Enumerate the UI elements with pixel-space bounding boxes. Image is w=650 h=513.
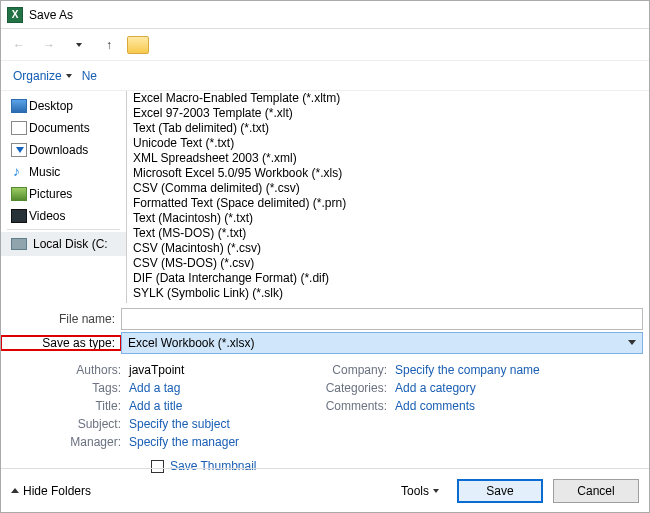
videos-icon xyxy=(11,209,27,223)
hide-folders-label: Hide Folders xyxy=(23,484,91,498)
filetype-option[interactable]: Unicode Text (*.txt) xyxy=(127,136,649,151)
title-label: Title: xyxy=(39,399,121,413)
title-bar: X Save As xyxy=(1,1,649,29)
sidebar-item-label: Local Disk (C: xyxy=(33,237,108,251)
manager-value[interactable]: Specify the manager xyxy=(129,435,289,449)
filetype-option[interactable]: DIF (Data Interchange Format) (*.dif) xyxy=(127,271,649,286)
filename-input[interactable] xyxy=(121,308,643,330)
window-title: Save As xyxy=(29,8,73,22)
saveastype-value: Excel Workbook (*.xlsx) xyxy=(128,336,254,350)
saveastype-label: Save as type: xyxy=(1,336,121,350)
organize-menu[interactable]: Organize xyxy=(13,69,72,83)
filetype-option[interactable]: Excel 97-2003 Template (*.xlt) xyxy=(127,106,649,121)
tools-label: Tools xyxy=(401,484,429,498)
filetype-dropdown-list[interactable]: Excel Macro-Enabled Template (*.xltm)Exc… xyxy=(126,91,649,303)
pictures-icon xyxy=(11,187,27,201)
separator xyxy=(7,229,120,230)
folder-icon xyxy=(127,36,149,54)
sidebar-item-videos[interactable]: Videos xyxy=(1,205,126,227)
subject-label: Subject: xyxy=(39,417,121,431)
save-button-label: Save xyxy=(486,484,513,498)
sidebar-item-music[interactable]: Music xyxy=(1,161,126,183)
sidebar-item-desktop[interactable]: Desktop xyxy=(1,95,126,117)
organize-label: Organize xyxy=(13,69,62,83)
filetype-option[interactable]: CSV (Macintosh) (*.csv) xyxy=(127,241,649,256)
desktop-icon xyxy=(11,99,27,113)
categories-label: Categories: xyxy=(297,381,387,395)
filetype-option[interactable]: Text (Tab delimited) (*.txt) xyxy=(127,121,649,136)
music-icon xyxy=(11,165,27,179)
sidebar-item-downloads[interactable]: Downloads xyxy=(1,139,126,161)
tags-label: Tags: xyxy=(39,381,121,395)
new-folder-button[interactable]: Ne xyxy=(82,69,97,83)
manager-label: Manager: xyxy=(39,435,121,449)
sidebar-item-label: Desktop xyxy=(29,99,73,113)
sidebar-item-label: Videos xyxy=(29,209,65,223)
footer-bar: Hide Folders Tools Save Cancel xyxy=(1,468,649,512)
chevron-down-icon xyxy=(66,74,72,78)
title-value[interactable]: Add a title xyxy=(129,399,289,413)
filetype-option[interactable]: CSV (MS-DOS) (*.csv) xyxy=(127,256,649,271)
filetype-option[interactable]: SYLK (Symbolic Link) (*.slk) xyxy=(127,286,649,301)
filetype-option[interactable]: Text (Macintosh) (*.txt) xyxy=(127,211,649,226)
save-button[interactable]: Save xyxy=(457,479,543,503)
form-area: File name: Save as type: Excel Workbook … xyxy=(1,303,649,473)
cancel-button[interactable]: Cancel xyxy=(553,479,639,503)
chevron-down-icon xyxy=(433,489,439,493)
downloads-icon xyxy=(11,143,27,157)
cancel-button-label: Cancel xyxy=(577,484,614,498)
command-bar: Organize Ne xyxy=(1,61,649,91)
hide-folders-button[interactable]: Hide Folders xyxy=(11,484,91,498)
filetype-option[interactable]: Excel Add-In (*.xlam) xyxy=(127,301,649,303)
authors-value[interactable]: javaTpoint xyxy=(129,363,289,377)
filename-label: File name: xyxy=(1,312,121,326)
filetype-option[interactable]: Text (MS-DOS) (*.txt) xyxy=(127,226,649,241)
filetype-option[interactable]: XML Spreadsheet 2003 (*.xml) xyxy=(127,151,649,166)
authors-label: Authors: xyxy=(39,363,121,377)
recent-chevron-icon[interactable] xyxy=(67,33,91,57)
tools-menu[interactable]: Tools xyxy=(401,484,439,498)
sidebar-item-pictures[interactable]: Pictures xyxy=(1,183,126,205)
chevron-up-icon xyxy=(11,488,19,493)
company-label: Company: xyxy=(297,363,387,377)
documents-icon xyxy=(11,121,27,135)
sidebar-item-label: Documents xyxy=(29,121,90,135)
sidebar-item-label: Music xyxy=(29,165,60,179)
comments-value[interactable]: Add comments xyxy=(395,399,641,413)
subject-value[interactable]: Specify the subject xyxy=(129,417,289,431)
categories-value[interactable]: Add a category xyxy=(395,381,641,395)
filetype-option[interactable]: Excel Macro-Enabled Template (*.xltm) xyxy=(127,91,649,106)
nav-sidebar: Desktop Documents Downloads Music Pictur… xyxy=(1,91,126,303)
chevron-down-icon xyxy=(628,340,636,345)
forward-arrow-icon: → xyxy=(37,33,61,57)
filetype-option[interactable]: Microsoft Excel 5.0/95 Workbook (*.xls) xyxy=(127,166,649,181)
comments-label: Comments: xyxy=(297,399,387,413)
nav-bar: ← → ↑ xyxy=(1,29,649,61)
sidebar-item-label: Downloads xyxy=(29,143,88,157)
sidebar-item-localdisk[interactable]: Local Disk (C: xyxy=(1,232,126,256)
disk-icon xyxy=(11,238,27,250)
filetype-option[interactable]: Formatted Text (Space delimited) (*.prn) xyxy=(127,196,649,211)
metadata-grid: Authors: javaTpoint Company: Specify the… xyxy=(1,355,649,449)
back-arrow-icon[interactable]: ← xyxy=(7,33,31,57)
sidebar-item-label: Pictures xyxy=(29,187,72,201)
saveastype-combo[interactable]: Excel Workbook (*.xlsx) xyxy=(121,332,643,354)
up-arrow-icon[interactable]: ↑ xyxy=(97,33,121,57)
filetype-option[interactable]: CSV (Comma delimited) (*.csv) xyxy=(127,181,649,196)
sidebar-item-documents[interactable]: Documents xyxy=(1,117,126,139)
excel-icon: X xyxy=(7,7,23,23)
tags-value[interactable]: Add a tag xyxy=(129,381,289,395)
company-value[interactable]: Specify the company name xyxy=(395,363,641,377)
